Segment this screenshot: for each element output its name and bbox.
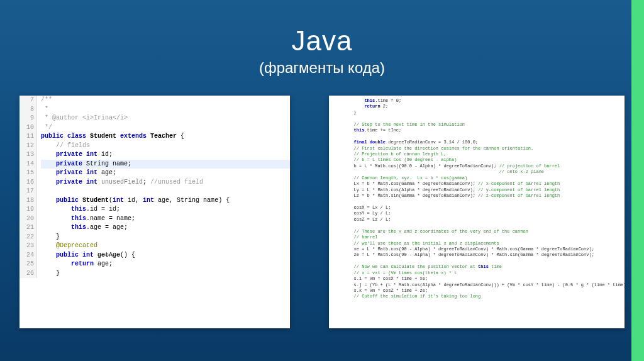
line-number: 20 [19,214,37,224]
title-block: Java (фрагменты кода) [0,0,644,77]
code-line: 11public class Student extends Teacher { [19,132,290,142]
code-line: Ly = L * Math.cos(Alpha * degreeToRadian… [333,187,621,193]
code-panel-right: this.time = 0; return 2; } // Step to th… [329,96,625,328]
code-line: // onto x-z plane [333,169,621,175]
line-number: 23 [19,242,37,251]
line-number: 22 [19,233,37,242]
code-line: this.time = 0; [333,98,621,104]
code-line: // Projection b of cannon length L, [333,152,621,157]
code-line: 12 // fields [19,142,290,151]
line-number: 12 [19,142,37,151]
code-line: 16 private int unusedField; //unused fie… [19,178,290,187]
line-number: 10 [19,123,37,133]
code-content: public class Student extends Teacher { [41,132,290,142]
code-line: // x = vxt = (Vm times cos(theta x) * t [333,270,621,276]
code-content: private int unusedField; //unused field [41,178,290,187]
code-line: // Cutoff the simulation if it's taking … [333,294,621,299]
slide-subtitle: (фрагменты кода) [0,59,644,77]
code-content: } [41,233,290,242]
code-content [41,187,290,196]
line-number: 26 [19,269,37,279]
code-content: } [41,269,290,279]
code-line: 14 private String name; [19,160,290,169]
line-number: 7 [19,96,37,105]
code-line: 18 public Student(int id, int age, Strin… [19,196,290,206]
slide-title: Java [0,25,644,57]
code-line: // These are the x and z coordinates of … [333,229,621,235]
line-number: 13 [19,150,37,160]
slide-accent-bar [631,0,644,361]
code-content: * [41,105,290,114]
line-number: 15 [19,169,37,178]
code-content: * @author <i>Irina</i> [41,114,290,123]
code-line: b = L * Math.cos((90.0 - Alpha) * degree… [333,164,621,169]
code-line: 20 this.name = name; [19,214,290,224]
code-line: s.j = (Yb + (L * Math.cos(Alpha * degree… [333,282,621,288]
code-content: return age; [41,260,290,269]
code-line: xe = L * Math.cos(90 - Alpha) * degreeTo… [333,247,621,252]
code-panels: 7/**8 *9 * @author <i>Irina</i>10 */11pu… [0,77,644,328]
code-line: // we'll use these as the initial x and … [333,241,621,247]
code-line: 23 @Deprecated [19,242,290,251]
code-content: private String name; [41,160,290,169]
code-line: 10 */ [19,123,290,133]
code-line [333,134,621,140]
code-line: // b = L times cos (90 degrees - alpha) [333,157,621,163]
code-line: 22 } [19,233,290,242]
code-line: return 2; [333,104,621,109]
code-content: this.name = name; [41,214,290,224]
code-content: private int id; [41,150,290,160]
code-content: private int age; [41,169,290,178]
code-line: Lx = b * Math.cos(Gamma * degreeToRadian… [333,181,621,187]
line-number: 24 [19,251,37,260]
line-number: 25 [19,260,37,269]
code-line: Lz = b * Math.sin(Gamma * degreeToRadian… [333,193,621,199]
code-content: public Student(int id, int age, String n… [41,196,290,206]
line-number: 8 [19,105,37,114]
code-line: 7/** [19,96,290,105]
code-line: // barrel [333,235,621,240]
code-line: // Now we can calculate the position vec… [333,264,621,270]
code-line: // Step to the next time in the simulati… [333,122,621,128]
code-content: public int getAge() { [41,251,290,260]
code-line: // Cannon length, xyz. Lx = b * cos(gamm… [333,175,621,181]
code-line: } [333,110,621,116]
code-line: 19 this.id = id; [19,205,290,214]
line-number: 11 [19,132,37,142]
line-number: 14 [19,160,37,169]
code-line: 9 * @author <i>Irina</i> [19,114,290,123]
code-line: cosY = Ly / L; [333,211,621,216]
code-content: this.id = id; [41,205,290,214]
line-number: 21 [19,223,37,233]
code-line: final double degreeToRadianConv = 3.14 /… [333,140,621,145]
code-line [333,258,621,264]
code-content: /** [41,96,290,105]
code-line [333,116,621,121]
code-line: this.time += tInc; [333,128,621,133]
code-line: 26 } [19,269,290,279]
code-line: // First calculate the direction cosines… [333,146,621,152]
line-number: 18 [19,196,37,206]
code-line: cosX = Lx / L; [333,205,621,211]
code-content: */ [41,123,290,133]
code-content: @Deprecated [41,242,290,251]
code-line [333,199,621,204]
code-content: // fields [41,142,290,151]
code-line: s.k = Vm * cosZ * time + ze; [333,288,621,294]
code-line: 15 private int age; [19,169,290,178]
code-line: 21 this.age = age; [19,223,290,233]
code-line: ze = L * Math.cos(90 - Alpha) * degreeTo… [333,252,621,258]
code-line: 8 * [19,105,290,114]
line-number: 9 [19,114,37,123]
code-line: 25 return age; [19,260,290,269]
line-number: 16 [19,178,37,187]
code-line: s.i = Vm * cosX * time + xe; [333,276,621,282]
code-content: this.age = age; [41,223,290,233]
line-number: 19 [19,205,37,214]
code-line: 13 private int id; [19,150,290,160]
code-line [333,223,621,228]
code-panel-left: 7/**8 *9 * @author <i>Irina</i>10 */11pu… [19,96,290,328]
code-line: 24 public int getAge() { [19,251,290,260]
code-line: cosZ = Lz / L; [333,217,621,223]
line-number: 17 [19,187,37,196]
